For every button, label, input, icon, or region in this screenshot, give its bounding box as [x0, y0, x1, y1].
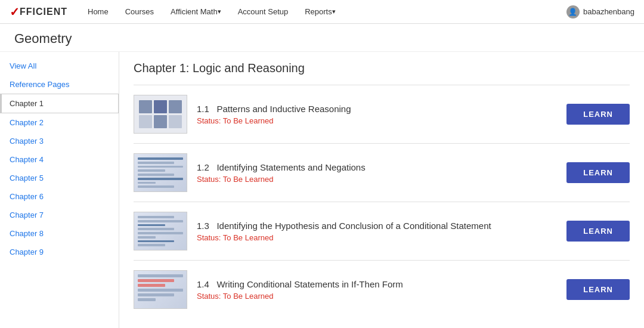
lesson-title-2: 1.2 Identifying Statements and Negations [197, 162, 557, 172]
username-label: babazhenbang [583, 7, 634, 16]
sidebar-chapter-7[interactable]: Chapter 7 [0, 206, 119, 224]
lesson-num-2: 1.2 [197, 162, 209, 172]
sidebar-chapter-8[interactable]: Chapter 8 [0, 224, 119, 243]
learn-button-4[interactable]: LEARN [566, 279, 630, 300]
lesson-row: 1.1 Patterns and Inductive Reasoning Sta… [134, 85, 630, 143]
logo-icon: ✓ [10, 5, 20, 19]
sidebar-reference-pages[interactable]: Reference Pages [0, 75, 119, 94]
lesson-row: 1.3 Identifying the Hypothesis and Concl… [134, 202, 630, 260]
navbar: ✓ FFICIENT Home Courses Afficient Math A… [0, 0, 644, 24]
lesson-thumbnail-3 [134, 212, 187, 250]
lesson-row: 1.2 Identifying Statements and Negations… [134, 143, 630, 202]
page-title: Geometry [0, 24, 644, 52]
nav-home[interactable]: Home [79, 0, 117, 24]
lesson-name-3: Identifying the Hypothesis and Conclusio… [216, 221, 491, 231]
sidebar-chapter-4[interactable]: Chapter 4 [0, 150, 119, 169]
nav-account-setup[interactable]: Account Setup [230, 0, 297, 24]
lesson-thumbnail-2 [134, 153, 187, 192]
lesson-num-4: 1.4 [197, 279, 209, 289]
sidebar: View All Reference Pages Chapter 1 Chapt… [0, 52, 119, 328]
lesson-name-1: Patterns and Inductive Reasoning [216, 104, 351, 114]
lesson-info-3: 1.3 Identifying the Hypothesis and Concl… [197, 221, 557, 242]
lesson-row: 1.4 Writing Conditional Statements in If… [134, 260, 630, 318]
chapter-content: Chapter 1: Logic and Reasoning 1.1 Patte… [119, 52, 644, 328]
nav-afficient-math[interactable]: Afficient Math [162, 0, 230, 24]
lesson-title-4: 1.4 Writing Conditional Statements in If… [197, 279, 557, 289]
lesson-thumbnail-4 [134, 270, 187, 309]
sidebar-chapter-3[interactable]: Chapter 3 [0, 132, 119, 150]
sidebar-view-all[interactable]: View All [0, 57, 119, 75]
logo[interactable]: ✓ FFICIENT [10, 5, 67, 19]
lesson-status-4: Status: To Be Learned [197, 292, 557, 301]
lesson-num-1: 1.1 [197, 104, 209, 114]
lesson-status-3: Status: To Be Learned [197, 233, 557, 242]
chapter-title: Chapter 1: Logic and Reasoning [134, 61, 630, 75]
lesson-status-1: Status: To Be Learned [197, 116, 557, 125]
sidebar-chapter-9[interactable]: Chapter 9 [0, 243, 119, 261]
nav-user[interactable]: 👤 babazhenbang [566, 5, 634, 18]
lesson-info-1: 1.1 Patterns and Inductive Reasoning Sta… [197, 104, 557, 125]
lesson-status-2: Status: To Be Learned [197, 175, 557, 184]
lesson-title-1: 1.1 Patterns and Inductive Reasoning [197, 104, 557, 114]
lesson-name-2: Identifying Statements and Negations [216, 162, 365, 172]
lesson-thumbnail-1 [134, 95, 187, 134]
lesson-title-3: 1.3 Identifying the Hypothesis and Concl… [197, 221, 557, 231]
logo-text: FFICIENT [20, 7, 67, 17]
main-layout: View All Reference Pages Chapter 1 Chapt… [0, 52, 644, 328]
nav-links: Home Courses Afficient Math Account Setu… [79, 0, 566, 24]
lesson-info-2: 1.2 Identifying Statements and Negations… [197, 162, 557, 184]
sidebar-chapter-1[interactable]: Chapter 1 [0, 94, 119, 113]
nav-reports[interactable]: Reports [296, 0, 344, 24]
learn-button-1[interactable]: LEARN [566, 104, 630, 125]
sidebar-chapter-5[interactable]: Chapter 5 [0, 169, 119, 187]
user-avatar-icon: 👤 [566, 5, 580, 18]
sidebar-chapter-2[interactable]: Chapter 2 [0, 113, 119, 132]
sidebar-chapter-6[interactable]: Chapter 6 [0, 187, 119, 206]
lesson-num-3: 1.3 [197, 221, 209, 231]
learn-button-3[interactable]: LEARN [566, 221, 630, 242]
lesson-info-4: 1.4 Writing Conditional Statements in If… [197, 279, 557, 301]
learn-button-2[interactable]: LEARN [566, 162, 630, 183]
nav-courses[interactable]: Courses [117, 0, 162, 24]
lesson-name-4: Writing Conditional Statements in If-The… [216, 279, 402, 289]
